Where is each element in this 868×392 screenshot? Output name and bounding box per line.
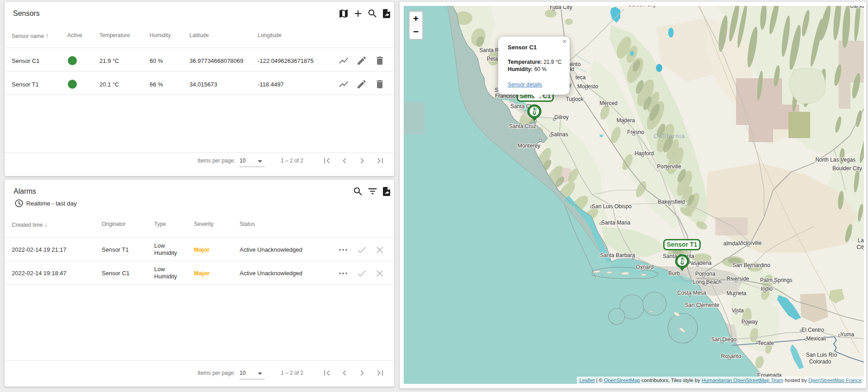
svg-text:teca: teca <box>576 74 586 81</box>
svg-text:Boulder City: Boulder City <box>832 165 862 172</box>
svg-text:Carson City: Carson City <box>850 6 864 9</box>
svg-text:Yuma: Yuma <box>840 331 854 338</box>
svg-text:Costa Mesa: Costa Mesa <box>677 290 706 296</box>
svg-text:Rosarito: Rosarito <box>721 353 741 359</box>
svg-text:Peta: Peta <box>487 56 498 62</box>
svg-text:Santa R: Santa R <box>479 47 499 53</box>
svg-text:San Luis Río: San Luis Río <box>806 352 837 358</box>
svg-text:Colorado: Colorado <box>809 359 831 365</box>
svg-text:Pomona: Pomona <box>695 271 716 277</box>
svg-text:Poway: Poway <box>741 319 758 325</box>
svg-text:Salinas: Salinas <box>550 131 568 138</box>
svg-text:Murrieta: Murrieta <box>726 290 746 296</box>
svg-text:Riverside: Riverside <box>726 276 749 282</box>
svg-text:Santa Maria: Santa Maria <box>601 220 631 226</box>
svg-text:Mexicali: Mexicali <box>806 335 826 342</box>
svg-text:Madera: Madera <box>617 117 635 124</box>
svg-text:North Las Vegas: North Las Vegas <box>816 157 856 163</box>
svg-text:Santa Barbara: Santa Barbara <box>600 252 635 258</box>
svg-text:Yuba City: Yuba City <box>549 6 572 10</box>
svg-text:Vista: Vista <box>732 307 744 314</box>
svg-text:El Centro: El Centro <box>802 327 824 333</box>
svg-text:Long Beach: Long Beach <box>693 279 722 285</box>
svg-text:Lak: Lak <box>858 237 864 244</box>
svg-text:San Diego: San Diego <box>711 336 736 343</box>
svg-text:S: S <box>495 87 498 93</box>
svg-text:Santa Cruz: Santa Cruz <box>509 123 536 129</box>
svg-text:Pasadena: Pasadena <box>687 260 712 266</box>
svg-text:San Luis Obispo: San Luis Obispo <box>592 203 632 210</box>
svg-text:Bakersfield: Bakersfield <box>658 199 684 205</box>
svg-text:Modesto: Modesto <box>577 83 598 90</box>
svg-text:Merced: Merced <box>599 100 618 106</box>
svg-text:San Bernardino: San Bernardino <box>732 262 770 268</box>
svg-text:Turlock: Turlock <box>566 96 584 102</box>
svg-text:Carson City: Carson City <box>628 6 656 8</box>
svg-text:Porterville: Porterville <box>657 163 681 170</box>
svg-text:City: City <box>857 244 864 250</box>
svg-text:Fresno: Fresno <box>627 129 644 135</box>
svg-text:California: California <box>654 133 685 139</box>
svg-text:Gilroy: Gilroy <box>554 114 568 120</box>
svg-text:Tecate: Tecate <box>758 340 774 346</box>
svg-text:Palm Springs: Palm Springs <box>760 277 792 283</box>
svg-text:Monterey: Monterey <box>518 143 540 149</box>
svg-text:San Clemente: San Clemente <box>685 302 719 308</box>
svg-text:Victorville: Victorville <box>738 240 761 246</box>
svg-text:Oxnard: Oxnard <box>636 264 653 270</box>
svg-text:Hanford: Hanford <box>635 150 654 157</box>
svg-text:Indio: Indio <box>761 286 773 292</box>
